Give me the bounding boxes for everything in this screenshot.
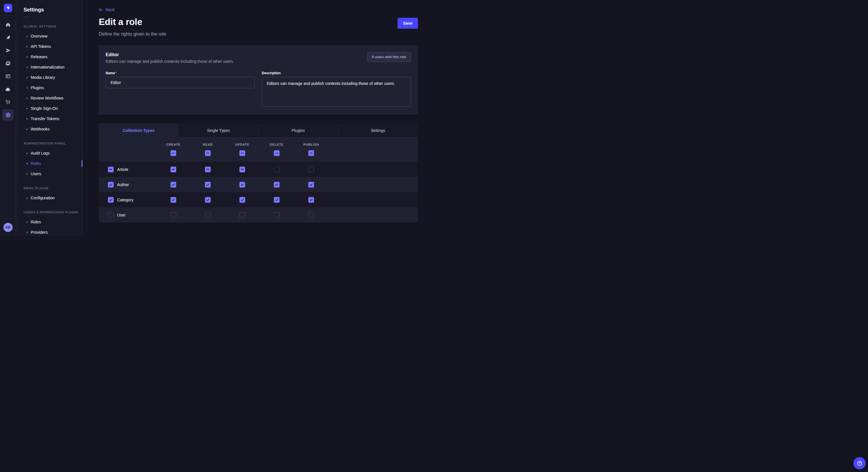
app-root: KD Settings GLOBAL SETTINGSOverviewAPI T…: [0, 0, 434, 236]
rail-item-cart[interactable]: [2, 96, 14, 108]
perm-checkbox-author-publish[interactable]: [308, 182, 314, 188]
perm-checkbox-article-create[interactable]: [170, 167, 176, 172]
rail-item-gear[interactable]: [2, 109, 14, 121]
back-link[interactable]: Back: [99, 7, 115, 12]
subnav-item-plugins[interactable]: Plugins: [16, 82, 82, 93]
subnav-item-users[interactable]: Users: [16, 169, 82, 179]
perm-cell-category-delete: [259, 197, 294, 203]
row-checkbox-author[interactable]: [108, 182, 114, 188]
subnav-item-label: Users: [31, 171, 41, 176]
perm-checkbox-article-delete[interactable]: [274, 167, 280, 172]
perm-checkbox-category-publish[interactable]: [308, 197, 314, 203]
name-input[interactable]: [105, 77, 255, 88]
section-label-global-settings: GLOBAL SETTINGS: [24, 25, 82, 28]
subnav-item-label: Review Workflows: [31, 96, 63, 100]
description-textarea[interactable]: Editors can manage and publish contents …: [262, 77, 411, 107]
perm-checkbox-category-read[interactable]: [205, 197, 211, 203]
avatar[interactable]: KD: [3, 223, 12, 232]
role-name-heading: Editor: [105, 52, 234, 57]
subnav-item-configuration[interactable]: Configuration: [16, 193, 82, 203]
subnav-item-single-sign-on[interactable]: Single Sign-On: [16, 103, 82, 113]
subnav-item-roles[interactable]: Roles: [16, 158, 82, 169]
subnav-item-label: Media Library: [31, 75, 55, 80]
row-checkbox-category[interactable]: [108, 197, 114, 203]
check-icon: [240, 198, 244, 202]
subnav-item-audit-logs[interactable]: Audit Logs: [16, 148, 82, 158]
subnav-item-transfer-tokens[interactable]: Transfer Tokens: [16, 113, 82, 124]
bullet-icon: [26, 46, 28, 47]
strapi-logo[interactable]: [4, 4, 12, 12]
subnav-item-label: API Tokens: [31, 44, 51, 49]
tab-single-types[interactable]: Single Types: [179, 123, 258, 138]
strapi-logo-icon: [6, 6, 10, 10]
master-checkbox-read[interactable]: [205, 150, 211, 156]
perm-checkbox-user-delete[interactable]: [274, 212, 280, 218]
row-label: Category: [117, 198, 133, 202]
subnav-item-label: Audit Logs: [31, 151, 50, 156]
subnav-item-label: Internationalization: [31, 65, 65, 69]
permissions-table-header: CREATEREADUPDATEDELETEPUBLISH: [99, 138, 418, 162]
save-button[interactable]: Save: [398, 18, 418, 29]
row-name-cell: User: [99, 212, 156, 218]
perm-checkbox-article-read[interactable]: [205, 167, 211, 172]
column-labels-row: CREATEREADUPDATEDELETEPUBLISH: [99, 143, 418, 146]
perm-cell-author-publish: [294, 182, 329, 188]
rail-item-media[interactable]: [2, 58, 14, 69]
subnav-item-overview[interactable]: Overview: [16, 31, 82, 41]
subnav-item-providers[interactable]: Providers: [16, 227, 82, 236]
row-label: User: [117, 213, 126, 217]
subnav-item-label: Single Sign-On: [31, 106, 58, 111]
perm-checkbox-author-read[interactable]: [205, 182, 211, 188]
master-checkbox-create[interactable]: [170, 150, 176, 156]
tab-collection-types[interactable]: Collection Types: [99, 123, 179, 138]
master-checkbox-publish[interactable]: [308, 150, 314, 156]
perm-checkbox-user-publish[interactable]: [308, 212, 314, 218]
perm-checkbox-category-delete[interactable]: [274, 197, 280, 203]
perm-checkbox-category-update[interactable]: [239, 197, 245, 203]
subnav-item-media-library[interactable]: Media Library: [16, 72, 82, 82]
row-checkbox-user[interactable]: [108, 212, 114, 218]
perm-checkbox-article-update[interactable]: [239, 167, 245, 172]
subnav-item-review-workflows[interactable]: Review Workflows: [16, 93, 82, 103]
cloud-icon: [5, 86, 11, 92]
role-card-info: Editor Editors can manage and publish co…: [105, 52, 234, 64]
check-icon: [275, 198, 279, 202]
perm-checkbox-author-create[interactable]: [170, 182, 176, 188]
subnav-title-divider: [24, 17, 30, 17]
subnav-item-api-tokens[interactable]: API Tokens: [16, 41, 82, 52]
row-name-cell: Article: [99, 167, 156, 172]
perm-checkbox-user-read[interactable]: [205, 212, 211, 218]
subnav-item-roles[interactable]: Roles: [16, 217, 82, 227]
master-checkbox-delete[interactable]: [274, 150, 280, 156]
rail-item-feather[interactable]: [2, 32, 14, 43]
perm-checkbox-article-publish[interactable]: [308, 167, 314, 172]
bullet-icon: [26, 222, 28, 223]
perm-cell-article-read: [191, 167, 225, 172]
bullet-icon: [26, 67, 28, 68]
minus-icon: [310, 153, 313, 154]
tab-plugins[interactable]: Plugins: [258, 123, 338, 138]
minus-icon: [110, 169, 112, 169]
perm-checkbox-user-update[interactable]: [239, 212, 245, 218]
perm-checkbox-author-update[interactable]: [239, 182, 245, 188]
name-field-label: Name*: [105, 71, 255, 75]
row-checkbox-article[interactable]: [108, 167, 114, 172]
rail-item-send[interactable]: [2, 45, 14, 56]
perm-checkbox-category-create[interactable]: [170, 197, 176, 203]
perm-cell-category-publish: [294, 197, 329, 203]
perm-cell-user-update: [225, 212, 259, 218]
rail-item-home[interactable]: [2, 19, 14, 30]
perm-checkbox-user-create[interactable]: [170, 212, 176, 218]
perm-checkbox-author-delete[interactable]: [274, 182, 280, 188]
subnav-item-releases[interactable]: Releases: [16, 52, 82, 62]
subnav-item-webhooks[interactable]: Webhooks: [16, 124, 82, 134]
rail-item-layout[interactable]: [2, 71, 14, 82]
role-fields: Name* Description Editors can manage and…: [105, 71, 411, 108]
master-checkbox-update[interactable]: [239, 150, 245, 156]
subnav-item-internationalization[interactable]: Internationalization: [16, 62, 82, 72]
bullet-icon: [26, 197, 28, 199]
tab-settings[interactable]: Settings: [338, 123, 418, 138]
rail-item-cloud[interactable]: [2, 83, 14, 95]
perm-cell-author-create: [156, 182, 191, 188]
tab-label: Collection Types: [123, 128, 155, 133]
